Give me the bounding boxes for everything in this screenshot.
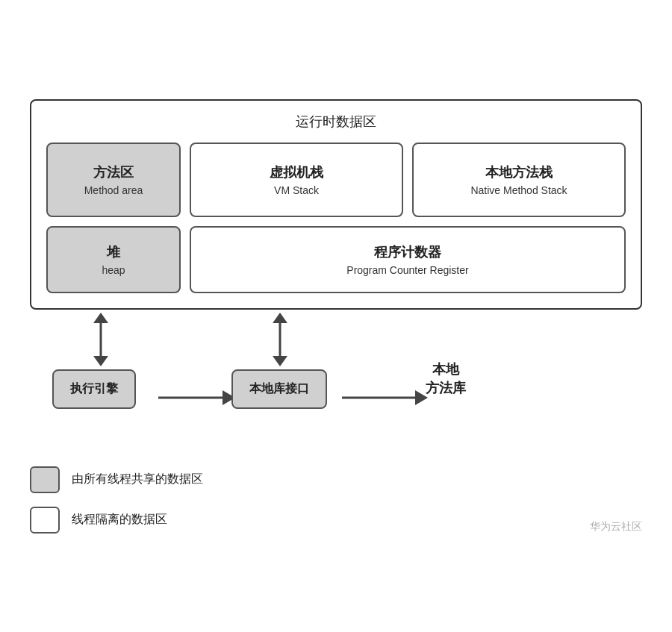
legend: 由所有线程共享的数据区 线程隔离的数据区 华为云社区 [30,466,642,534]
legend-thread-icon [30,507,60,534]
native-lib-text: 本地 方法库 [426,360,466,398]
vm-stack-cn: 虚拟机栈 [270,163,323,181]
native-stack-box: 本地方法栈 Native Method Stack [412,143,626,217]
exec-engine-block: 执行引擎 [52,369,136,409]
program-counter-cn: 程序计数器 [374,243,441,261]
method-area-box: 方法区 Method area [46,143,181,217]
native-lib-line1: 本地 [432,362,459,377]
bottom-row: 堆 heap 程序计数器 Program Counter Register [46,226,626,293]
legend-thread-label: 线程隔离的数据区 [72,512,167,528]
native-lib-interface-label: 本地库接口 [249,382,309,395]
program-counter-box: 程序计数器 Program Counter Register [190,226,626,293]
legend-shared-icon [30,466,60,493]
native-lib-line2: 方法库 [426,381,466,395]
heap-cn: 堆 [107,243,120,261]
legend-shared: 由所有线程共享的数据区 [30,466,642,493]
method-area-en: Method area [84,184,143,196]
svg-marker-7 [273,313,287,323]
vm-stack-en: VM Stack [274,184,319,196]
program-counter-en: Program Counter Register [346,264,468,276]
exec-engine-label: 执行引擎 [70,382,118,395]
vm-stack-box: 虚拟机栈 VM Stack [190,143,403,217]
svg-marker-8 [273,356,287,366]
svg-marker-4 [93,313,108,323]
runtime-data-area: 运行时数据区 方法区 Method area 虚拟机栈 VM Stack 本地方… [30,99,642,310]
exec-engine-box: 执行引擎 [52,369,136,409]
top-row: 方法区 Method area 虚拟机栈 VM Stack 本地方法栈 Nati… [46,143,626,217]
arrow-section: 执行引擎 本地库接口 本地 方法库 [30,310,642,444]
heap-box: 堆 heap [46,226,181,293]
svg-marker-5 [93,356,108,366]
heap-en: heap [102,264,125,276]
watermark: 华为云社区 [590,520,642,534]
native-lib-interface-box: 本地库接口 [231,369,327,409]
native-stack-en: Native Method Stack [470,184,567,196]
native-stack-cn: 本地方法栈 [485,163,553,181]
native-lib-block: 本地 方法库 [426,360,466,398]
legend-thread: 线程隔离的数据区 [30,507,642,534]
legend-shared-label: 由所有线程共享的数据区 [72,472,203,487]
runtime-title: 运行时数据区 [46,113,626,131]
method-area-cn: 方法区 [93,163,134,181]
native-lib-interface-block: 本地库接口 [231,369,327,409]
